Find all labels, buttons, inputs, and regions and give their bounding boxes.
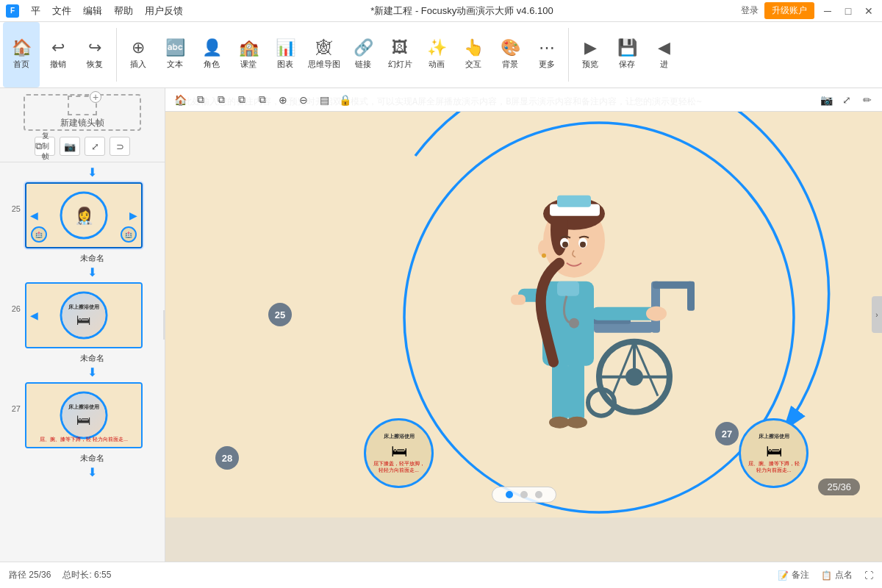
thumb-mini-2: 🏥 <box>121 226 137 243</box>
more-icon: ⋯ <box>539 40 555 56</box>
zoom-in-icon[interactable]: ⊕ <box>274 91 292 109</box>
svg-point-19 <box>567 417 587 429</box>
ribbon-home[interactable]: 🏠 首页 <box>3 22 40 87</box>
ribbon-background-label: 背景 <box>502 59 518 70</box>
ribbon-background[interactable]: 🎨 背景 <box>492 22 528 87</box>
mini-thumb-right[interactable]: 床上擦浴使用 🛏 屈、腕、膝等下蹲，轻轻力向前面走... <box>739 418 808 488</box>
ribbon-link[interactable]: 🔗 链接 <box>345 22 381 87</box>
canvas-wrapper: 🏠 ⧉ ⧉ ⧉ ⧉ ⊕ ⊖ ▤ 🔒 📷 ⤢ ✏ <box>165 88 882 562</box>
edit-icon[interactable]: ✏ <box>858 91 876 109</box>
link-icon: 🔗 <box>354 40 373 56</box>
mini-thumb-left-title: 床上擦浴使用 <box>384 433 415 440</box>
classroom-icon: 🏫 <box>239 40 259 56</box>
slide-thumb-27[interactable]: 床上擦浴使用 🛏 屈、腕、膝等下蹲，轻 轻力向前面走... <box>25 382 143 448</box>
ribbon-insert[interactable]: ⊕ 插入 <box>120 22 157 87</box>
thumb-content-26: 床上擦浴使用 🛏 ◀ <box>26 284 141 347</box>
upgrade-button[interactable]: 升级账户 <box>764 2 814 19</box>
camera-canvas-icon[interactable]: 📷 <box>817 91 835 109</box>
zoom-out-icon[interactable]: ⊖ <box>295 91 312 109</box>
preview-icon: ▶ <box>584 40 597 56</box>
nav-dot-1 <box>520 491 528 498</box>
ribbon-chart[interactable]: 📊 图表 <box>267 22 304 87</box>
svg-point-37 <box>569 318 579 329</box>
login-button[interactable]: 登录 <box>741 4 759 17</box>
thumb-arrow-left: ◀ <box>30 209 38 221</box>
copy2-canvas-icon[interactable]: ⧉ <box>212 91 230 109</box>
fit-button[interactable]: ⤢ <box>85 137 105 156</box>
copy3-canvas-icon[interactable]: ⧉ <box>233 91 251 109</box>
minimize-button[interactable]: ─ <box>820 4 835 18</box>
menu-item-flat[interactable]: 平 <box>31 4 40 18</box>
ribbon-interact-label: 交互 <box>465 59 481 70</box>
slide-icon: 🖼 <box>392 40 408 56</box>
mini-thumb-left-desc: 屈下膝盖，轻平放脚，轻轻力向前面走... <box>369 461 429 473</box>
ribbon-preview[interactable]: ▶ 预览 <box>572 22 609 87</box>
ribbon-character-label: 角色 <box>204 59 220 70</box>
anim-down-3: ⬇ <box>0 364 165 379</box>
copy-frame-button[interactable]: ⧉ 复制帧 <box>35 137 55 156</box>
chart-icon: 📊 <box>276 40 295 56</box>
ribbon-animation[interactable]: ✨ 动画 <box>418 22 455 87</box>
thumb-content-25: 👩‍⚕️ ◀ ▶ 🏥 🏥 <box>26 184 141 247</box>
svg-rect-14 <box>653 282 693 289</box>
link-path-button[interactable]: ⊃ <box>110 137 130 156</box>
notes-icon: 📝 <box>778 570 789 581</box>
mini-thumb-right-desc: 屈、腕、膝等下蹲，轻轻力向前面走... <box>744 461 804 473</box>
slide-item-27: 27 床上擦浴使用 🛏 屈、腕、膝等下蹲，轻 轻力向前面走... <box>0 379 165 451</box>
new-frame-label: 新建镜头帧 <box>60 117 104 129</box>
copy-canvas-icon[interactable]: ⧉ <box>192 91 209 109</box>
ribbon-nav[interactable]: ◀ 进 <box>645 22 682 87</box>
menu-item-help[interactable]: 帮助 <box>114 4 133 18</box>
slide-item-26: 26 床上擦浴使用 🛏 ◀ <box>0 279 165 351</box>
slide-thumb-25[interactable]: 👩‍⚕️ ◀ ▶ 🏥 🏥 <box>25 182 143 248</box>
ribbon-slide[interactable]: 🖼 幻灯片 <box>381 22 418 87</box>
close-button[interactable]: ✕ <box>861 4 876 18</box>
mini-thumb-left[interactable]: 床上擦浴使用 🛏 屈下膝盖，轻平放脚，轻轻力向前面走... <box>364 418 434 488</box>
slide-badge-25: 25 <box>268 303 292 326</box>
thumb-content-27: 床上擦浴使用 🛏 屈、腕、膝等下蹲，轻 轻力向前面走... <box>26 384 141 447</box>
ribbon-text-label: 文本 <box>167 59 183 70</box>
sidebar-top: + 新建镜头帧 ⧉ 复制帧 📷 ⤢ ⊃ <box>0 88 165 162</box>
ribbon-preview-label: 预览 <box>582 59 598 70</box>
new-frame-button[interactable]: + 新建镜头帧 <box>24 94 141 131</box>
maximize-button[interactable]: □ <box>841 4 856 18</box>
svg-rect-16 <box>552 362 568 421</box>
ribbon-classroom[interactable]: 🏫 课堂 <box>230 22 267 87</box>
fullscreen-button[interactable]: ⛶ <box>864 570 873 581</box>
slide27-body: 🛏 <box>76 411 91 428</box>
ribbon-save-label: 保存 <box>619 59 635 70</box>
ribbon-chart-label: 图表 <box>277 59 293 70</box>
main-slide: 25 27 28 <box>165 112 882 517</box>
link-path-icon: ⊃ <box>116 141 124 152</box>
slide-item-25: 25 👩‍⚕️ ◀ ▶ 🏥 🏥 <box>0 179 165 251</box>
ribbon-slide-label: 幻灯片 <box>388 59 412 70</box>
menu-item-file[interactable]: 文件 <box>52 4 71 18</box>
ribbon-mindmap-label: 思维导图 <box>308 59 340 70</box>
copy4-canvas-icon[interactable]: ⧉ <box>254 91 271 109</box>
separator-2 <box>568 28 569 82</box>
slide-thumb-26[interactable]: 床上擦浴使用 🛏 ◀ <box>25 282 143 348</box>
notes-button[interactable]: 📝 备注 <box>778 569 809 581</box>
lock-icon[interactable]: 🔒 <box>336 91 354 109</box>
ribbon-text[interactable]: 🔤 文本 <box>157 22 193 87</box>
screenshot-button[interactable]: 📷 <box>60 137 80 156</box>
home-canvas-icon[interactable]: 🏠 <box>171 91 189 109</box>
ribbon-character[interactable]: 👤 角色 <box>193 22 230 87</box>
ribbon-mindmap[interactable]: 🕸 思维导图 <box>304 22 345 87</box>
points-button[interactable]: 📋 点名 <box>821 569 853 581</box>
right-panel-toggle[interactable]: › <box>872 296 882 333</box>
ribbon-undo[interactable]: ↩ 撤销 <box>40 22 76 87</box>
grid-icon[interactable]: ▤ <box>315 91 333 109</box>
expand-icon[interactable]: ⤢ <box>838 91 856 109</box>
ribbon-nav-label: 进 <box>660 59 668 70</box>
nurse-svg <box>465 135 700 443</box>
menu-item-edit[interactable]: 编辑 <box>83 4 102 18</box>
ribbon-interact[interactable]: 👆 交互 <box>455 22 492 87</box>
canvas-content[interactable]: 25 27 28 <box>165 112 882 517</box>
nav-dot-active <box>506 491 513 498</box>
ribbon-redo[interactable]: ↪ 恢复 <box>76 22 113 87</box>
ribbon-save[interactable]: 💾 保存 <box>609 22 645 87</box>
menu-item-feedback[interactable]: 用户反馈 <box>145 4 183 18</box>
ribbon-more[interactable]: ⋯ 更多 <box>528 22 565 87</box>
svg-point-25 <box>646 306 667 321</box>
